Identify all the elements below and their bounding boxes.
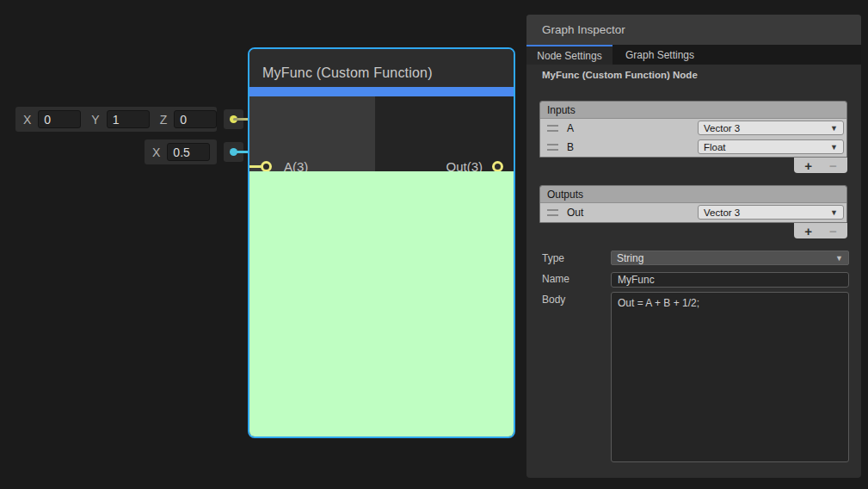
outputs-list-footer: + −: [794, 223, 847, 238]
graph-inspector-title: Graph Inspector: [526, 23, 625, 36]
tab-node-settings[interactable]: Node Settings: [526, 45, 613, 65]
vector3-value-widget: X Y Z: [15, 107, 217, 132]
node-output-port-section: [375, 96, 514, 171]
edge-stub-a: [249, 165, 262, 168]
node-header[interactable]: MyFunc (Custom Function): [249, 49, 514, 87]
inspected-node-heading: MyFunc (Custom Function) Node: [542, 70, 698, 80]
input-row-name: A: [567, 122, 574, 134]
drag-handle-icon[interactable]: [547, 144, 558, 151]
table-row[interactable]: A Vector 3 ▼: [540, 119, 846, 138]
vector3-y-input[interactable]: [107, 110, 150, 128]
body-label: Body: [542, 294, 565, 306]
chevron-down-icon: ▼: [830, 124, 838, 133]
vector3-x-input[interactable]: [38, 110, 81, 128]
body-textarea[interactable]: Out = A + B + 1/2;: [611, 292, 849, 462]
inputs-list: Inputs A Vector 3 ▼ B Float ▼: [539, 101, 847, 158]
remove-input-button[interactable]: −: [829, 159, 837, 172]
chevron-down-icon: ▼: [830, 143, 838, 152]
dropdown-value: String: [617, 252, 643, 264]
inputs-list-header: Inputs: [540, 102, 846, 119]
type-dropdown[interactable]: String ▼: [611, 251, 849, 265]
axis-label-z: Z: [160, 113, 168, 127]
input-a-type-dropdown[interactable]: Vector 3 ▼: [698, 121, 844, 135]
axis-label-x: X: [23, 113, 31, 127]
node-title-color-bar: [249, 87, 514, 96]
chevron-down-icon: ▼: [830, 208, 838, 217]
graph-inspector-titlebar[interactable]: Graph Inspector: [526, 15, 861, 45]
remove-output-button[interactable]: −: [829, 225, 837, 238]
table-row[interactable]: B Float ▼: [540, 138, 846, 157]
dropdown-value: Float: [704, 142, 726, 152]
vector3-z-input[interactable]: [174, 110, 217, 128]
node-title: MyFunc (Custom Function): [249, 55, 433, 81]
dropdown-value: Vector 3: [704, 207, 740, 218]
dropdown-value: Vector 3: [704, 123, 740, 133]
float-value-widget: X: [145, 139, 217, 164]
outputs-list-header: Outputs: [540, 186, 846, 203]
tab-graph-settings[interactable]: Graph Settings: [613, 45, 707, 65]
outputs-list: Outputs Out Vector 3 ▼: [539, 185, 847, 223]
node-port-area: A(3) B(1) Out(3): [249, 96, 514, 171]
input-b-type-dropdown[interactable]: Float ▼: [698, 139, 844, 154]
shader-graph-canvas[interactable]: X Y Z X MyFunc (Custom Function): [0, 0, 868, 489]
inputs-list-footer: + −: [794, 158, 847, 173]
node-preview-area: [249, 171, 514, 436]
graph-inspector-panel: Graph Inspector Node Settings Graph Sett…: [526, 15, 861, 478]
table-row[interactable]: Out Vector 3 ▼: [540, 203, 846, 222]
drag-handle-icon[interactable]: [547, 209, 558, 216]
node-input-port-section: [249, 96, 375, 171]
output-row-name: Out: [567, 207, 583, 219]
output-out-type-dropdown[interactable]: Vector 3 ▼: [698, 205, 844, 220]
type-label: Type: [542, 252, 564, 264]
axis-label-y: Y: [91, 113, 99, 127]
name-label: Name: [542, 273, 569, 285]
inspector-tabbar: Node Settings Graph Settings: [526, 45, 861, 65]
add-output-button[interactable]: +: [804, 225, 812, 238]
custom-function-node[interactable]: MyFunc (Custom Function) A(3) B(1) Out(3…: [248, 47, 515, 438]
axis-label-x: X: [152, 145, 160, 159]
add-input-button[interactable]: +: [804, 159, 812, 172]
input-row-name: B: [567, 141, 574, 153]
name-field[interactable]: [611, 272, 849, 288]
float-x-input[interactable]: [167, 143, 210, 161]
drag-handle-icon[interactable]: [547, 125, 558, 132]
chevron-down-icon: ▼: [835, 254, 843, 263]
